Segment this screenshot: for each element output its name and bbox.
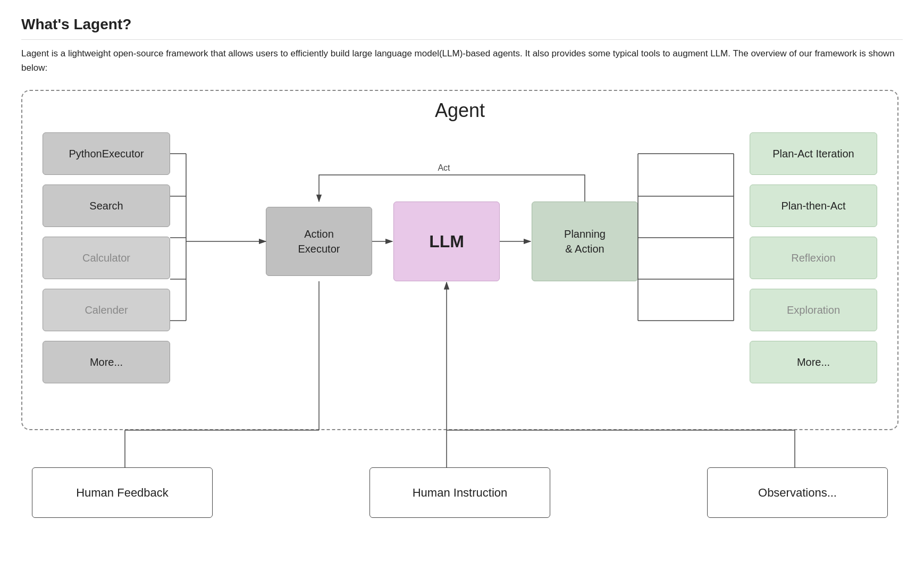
bottom-boxes: Human Feedback Human Instruction Observa… <box>21 467 898 518</box>
human-feedback-box: Human Feedback <box>32 467 213 518</box>
tool-calculator: Calculator <box>43 237 170 279</box>
strategy-more: More... <box>750 341 877 383</box>
strategy-plan-then-act: Plan-then-Act <box>750 185 877 227</box>
tool-search: Search <box>43 185 170 227</box>
observations-box: Observations... <box>707 467 888 518</box>
tools-column: PythonExecutor Search Calculator Calende… <box>43 132 170 383</box>
tool-python-executor: PythonExecutor <box>43 132 170 175</box>
strategy-exploration: Exploration <box>750 289 877 331</box>
agent-label: Agent <box>435 99 485 122</box>
strategies-column: Plan-Act Iteration Plan-then-Act Reflexi… <box>750 132 877 383</box>
description-text: Lagent is a lightweight open-source fram… <box>21 46 898 75</box>
tool-more: More... <box>43 341 170 383</box>
action-executor-box: ActionExecutor <box>266 207 372 276</box>
planning-action-box: Planning& Action <box>532 202 638 281</box>
tool-calender: Calender <box>43 289 170 331</box>
diagram-container: Agent PythonExecutor Search Calculator C… <box>21 90 898 526</box>
human-instruction-box: Human Instruction <box>369 467 550 518</box>
llm-box: LLM <box>393 202 500 281</box>
strategy-plan-act-iteration: Plan-Act Iteration <box>750 132 877 175</box>
page-title: What's Lagent? <box>21 16 903 40</box>
strategy-reflexion: Reflexion <box>750 237 877 279</box>
